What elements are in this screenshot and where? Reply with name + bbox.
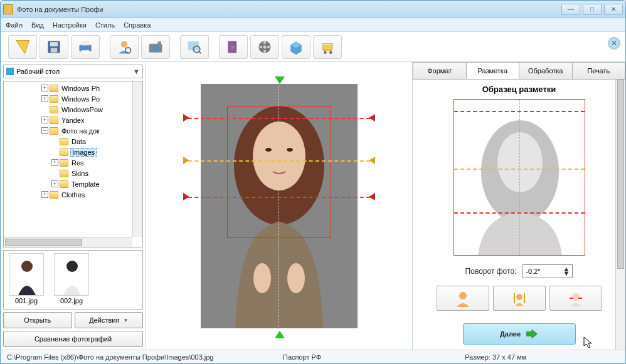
right-yellow-handle[interactable] <box>369 157 375 164</box>
folder-dropdown[interactable]: Рабочий стол ▼ <box>3 65 143 78</box>
menu-help[interactable]: Справка <box>124 21 151 29</box>
tree-item[interactable]: +Windows Po <box>4 93 142 104</box>
folder-icon <box>50 95 58 103</box>
svg-point-46 <box>572 293 580 301</box>
tree-expand-icon[interactable]: + <box>51 180 58 187</box>
svg-point-21 <box>263 49 266 52</box>
cursor-icon <box>583 336 593 349</box>
tool-cart[interactable] <box>313 35 342 59</box>
svg-point-38 <box>253 263 271 293</box>
mode-height[interactable] <box>493 286 546 311</box>
tool-new[interactable] <box>8 35 37 59</box>
menu-view[interactable]: Вид <box>31 21 44 29</box>
svg-point-20 <box>267 45 270 48</box>
folder-tree[interactable]: +Windows Ph+Windows PoWindowsPow+Yandex−… <box>3 81 143 247</box>
folder-icon <box>50 127 58 135</box>
tree-label: Skins <box>70 170 90 177</box>
right-red-handle-2[interactable] <box>369 193 375 200</box>
status-size: Размер: 37 x 47 мм <box>465 353 526 361</box>
menu-style[interactable]: Стиль <box>95 21 115 29</box>
thumb-001[interactable]: 001.jpg <box>6 253 46 306</box>
tool-box[interactable] <box>282 35 310 59</box>
folder-icon <box>60 170 68 177</box>
svg-point-7 <box>121 41 128 48</box>
app-icon <box>3 4 13 14</box>
tree-item[interactable]: Data <box>4 136 142 147</box>
svg-point-22 <box>260 45 262 48</box>
tab-format[interactable]: Формат <box>413 62 467 79</box>
window-title: Фото на документы Профи <box>17 6 559 13</box>
next-button[interactable]: Далее <box>463 323 576 345</box>
eye-guide[interactable] <box>188 160 370 162</box>
menu-file[interactable]: Файл <box>6 21 23 29</box>
right-red-handle-1[interactable] <box>369 114 375 122</box>
minimize-button[interactable]: — <box>561 4 580 15</box>
chin-guide[interactable] <box>188 197 370 198</box>
tree-item[interactable]: −Фото на док <box>4 125 142 136</box>
open-button[interactable]: Открыть <box>3 312 72 328</box>
left-red-handle-1[interactable] <box>183 114 189 122</box>
tree-item[interactable]: WindowsPow <box>4 104 142 115</box>
mode-silhouette[interactable] <box>437 286 489 311</box>
tool-zoom[interactable] <box>180 35 209 59</box>
tree-label: Template <box>70 180 101 188</box>
tree-item[interactable]: +Clothes <box>4 189 142 200</box>
tool-print[interactable] <box>71 35 100 59</box>
tree-expand-icon[interactable]: + <box>41 191 48 198</box>
tree-expand-icon[interactable]: + <box>41 85 48 91</box>
compare-button[interactable]: Сравнение фотографий <box>3 331 143 347</box>
top-handle[interactable] <box>275 76 285 84</box>
tool-profile[interactable] <box>110 35 139 59</box>
tool-reel[interactable] <box>250 35 279 59</box>
mode-buttons <box>418 286 620 311</box>
tab-process[interactable]: Обработка <box>519 62 573 79</box>
tab-print[interactable]: Печать <box>572 62 626 79</box>
folder-icon <box>60 148 68 156</box>
tool-book[interactable]: ? <box>219 35 248 59</box>
bottom-handle[interactable] <box>275 331 285 338</box>
svg-point-27 <box>329 51 332 53</box>
tree-item[interactable]: +Yandex <box>4 115 142 125</box>
crop-frame[interactable] <box>227 107 331 238</box>
folder-icon <box>50 191 58 199</box>
menu-settings[interactable]: Настройки <box>53 21 87 29</box>
thumb-002[interactable]: 002.jpg <box>51 253 92 306</box>
rotation-spinner[interactable]: -0,2° ▲▼ <box>523 264 573 278</box>
mode-width[interactable] <box>549 286 602 311</box>
svg-point-42 <box>459 292 467 299</box>
folder-label: Рабочий стол <box>16 68 60 75</box>
tree-vertical-scrollbar[interactable] <box>132 81 142 237</box>
tool-save[interactable] <box>40 35 68 59</box>
actions-button[interactable]: Действия▼ <box>75 312 144 328</box>
top-guide[interactable] <box>188 118 370 119</box>
tree-item[interactable]: Skins <box>4 168 142 179</box>
tree-expand-icon[interactable]: + <box>51 159 58 166</box>
tree-item[interactable]: +Windows Ph <box>4 83 142 93</box>
folder-icon <box>60 138 68 145</box>
tree-item[interactable]: +Template <box>4 179 142 189</box>
vertical-guide[interactable] <box>279 76 279 336</box>
left-red-handle-2[interactable] <box>183 193 189 200</box>
maximize-button[interactable]: □ <box>583 4 602 15</box>
desktop-icon <box>6 68 14 75</box>
photo-canvas[interactable] <box>146 62 412 350</box>
folder-icon <box>50 117 58 124</box>
rotate-control: Поворот фото: -0,2° ▲▼ <box>418 264 620 278</box>
left-yellow-handle[interactable] <box>183 157 189 164</box>
tool-camera[interactable] <box>141 35 170 59</box>
help-icon[interactable]: ✕ <box>608 37 620 49</box>
tree-label: Clothes <box>60 191 86 199</box>
tree-item[interactable]: +Res <box>4 157 142 168</box>
tree-expand-icon[interactable]: − <box>41 127 48 134</box>
tree-horizontal-scrollbar[interactable] <box>4 237 132 247</box>
tree-expand-icon[interactable]: + <box>41 117 48 123</box>
svg-point-10 <box>152 44 159 51</box>
folder-icon <box>60 159 68 167</box>
tree-expand-icon[interactable]: + <box>41 95 48 102</box>
close-button[interactable]: ✕ <box>604 4 623 15</box>
status-format: Паспорт РФ <box>283 353 465 361</box>
tree-item[interactable]: Images <box>4 147 142 157</box>
thumbnail-strip: 001.jpg 002.jpg <box>3 250 143 309</box>
tab-markup[interactable]: Разметка <box>466 62 520 79</box>
right-scrollbar[interactable] <box>615 80 625 350</box>
